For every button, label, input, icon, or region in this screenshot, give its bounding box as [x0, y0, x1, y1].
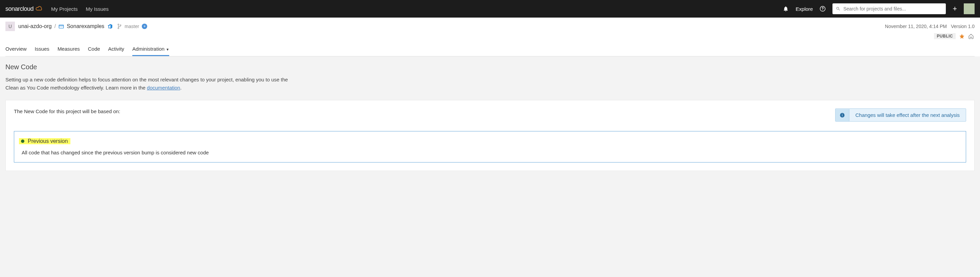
tab-measures[interactable]: Measures: [57, 43, 80, 56]
breadcrumb-sep: /: [54, 23, 56, 29]
meta-right: November 11, 2020, 4:14 PM Version 1.0: [885, 24, 975, 29]
svg-point-4: [118, 28, 119, 29]
visibility-badge: PUBLIC: [934, 33, 956, 39]
nav-links: My Projects My Issues: [51, 6, 109, 12]
avatar[interactable]: [964, 3, 975, 14]
panel-intro: The New Code for this project will be ba…: [14, 108, 120, 114]
azure-devops-icon: [107, 23, 113, 29]
search-box[interactable]: [832, 3, 946, 14]
help-icon[interactable]: [819, 6, 826, 12]
svg-point-5: [120, 25, 121, 26]
breadcrumb: unai-azdo-org / Sonarexamples: [18, 23, 113, 29]
tab-activity[interactable]: Activity: [108, 43, 124, 56]
page-description: Setting up a new code definition helps t…: [5, 76, 296, 92]
documentation-link[interactable]: documentation: [147, 85, 180, 90]
analysis-timestamp: November 11, 2020, 4:14 PM: [885, 24, 947, 29]
org-name[interactable]: unai-azdo-org: [18, 23, 52, 29]
logo-text: sonarcloud: [5, 5, 33, 13]
search-input[interactable]: [843, 6, 942, 11]
top-header: sonarcloud My Projects My Issues Explore…: [0, 0, 980, 17]
star-icon[interactable]: [959, 33, 965, 39]
header-right: Explore +: [783, 3, 975, 14]
svg-point-8: [842, 114, 843, 114]
option-header: Previous version: [19, 138, 70, 144]
radio-selected-icon: [21, 139, 24, 143]
option-title: Previous version: [28, 138, 68, 144]
create-icon[interactable]: +: [953, 5, 957, 13]
nav-explore[interactable]: Explore: [795, 6, 813, 12]
branch-add-icon[interactable]: +: [142, 24, 147, 29]
option-previous-version[interactable]: Previous version All code that has chang…: [14, 131, 966, 163]
main-content: New Code Setting up a new code definitio…: [0, 56, 980, 178]
page-title: New Code: [5, 63, 975, 71]
new-code-panel: The New Code for this project will be ba…: [5, 100, 975, 171]
option-description: All code that has changed since the prev…: [22, 150, 961, 155]
nav-my-issues[interactable]: My Issues: [86, 6, 109, 12]
logo-cloud-icon: [35, 6, 43, 11]
project-icon: [59, 24, 64, 29]
tab-code[interactable]: Code: [88, 43, 100, 56]
info-icon: [835, 109, 850, 121]
logo[interactable]: sonarcloud: [5, 5, 43, 13]
svg-rect-2: [59, 25, 64, 28]
branch-name[interactable]: master: [124, 24, 139, 29]
branch-icon: [117, 24, 122, 29]
breadcrumb-bar: U unai-azdo-org / Sonarexamples master +…: [0, 17, 980, 56]
version-label: Version 1.0: [951, 24, 975, 29]
chevron-down-icon: ▼: [166, 47, 169, 51]
bell-icon[interactable]: [783, 6, 789, 12]
info-alert: Changes will take effect after the next …: [835, 108, 966, 122]
svg-point-1: [822, 10, 823, 11]
home-icon[interactable]: [968, 33, 974, 39]
org-badge[interactable]: U: [5, 22, 15, 31]
tab-overview[interactable]: Overview: [5, 43, 27, 56]
svg-rect-7: [842, 114, 842, 116]
project-name[interactable]: Sonarexamples: [67, 23, 104, 29]
branch-info: master +: [117, 24, 147, 29]
tab-administration[interactable]: Administration▼: [132, 43, 169, 56]
alert-text: Changes will take effect after the next …: [850, 109, 966, 121]
svg-point-3: [118, 24, 119, 25]
tab-issues[interactable]: Issues: [35, 43, 49, 56]
search-icon: [836, 6, 841, 11]
nav-my-projects[interactable]: My Projects: [51, 6, 78, 12]
tabs: Overview Issues Measures Code Activity A…: [5, 43, 975, 56]
